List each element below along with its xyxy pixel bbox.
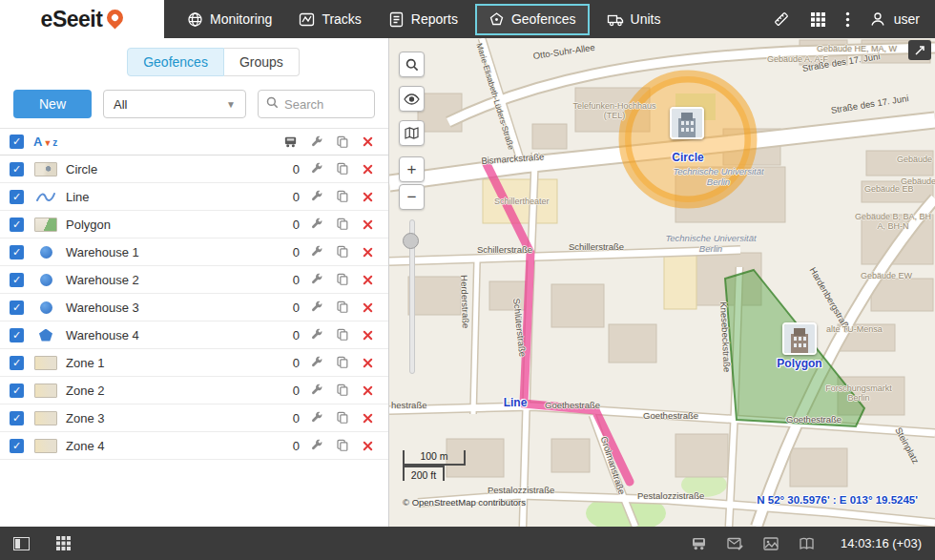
geofence-row[interactable]: ✓ Circle 0 (0, 156, 388, 183)
tab-geofences[interactable]: Geofences (127, 48, 224, 76)
geofence-checkbox[interactable]: ✓ (10, 245, 24, 259)
geofence-row[interactable]: ✓ Line 0 (0, 183, 388, 211)
zoom-in-button[interactable]: + (399, 156, 425, 182)
geofence-checkbox[interactable]: ✓ (10, 328, 24, 342)
new-geofence-button[interactable]: New (13, 90, 92, 118)
edit-geofence-button[interactable] (303, 439, 329, 452)
copy-geofence-button[interactable] (329, 356, 355, 369)
tab-groups[interactable]: Groups (224, 48, 300, 76)
edit-geofence-button[interactable] (303, 328, 329, 342)
geofence-checkbox[interactable]: ✓ (10, 411, 24, 425)
polygon-geofence-marker[interactable] (782, 322, 817, 355)
tracks-icon (299, 11, 315, 28)
edit-column-icon[interactable] (303, 135, 329, 149)
delete-geofence-button[interactable] (355, 357, 381, 369)
delete-geofence-button[interactable] (355, 301, 381, 314)
geofence-thumbnail (34, 356, 57, 370)
nav-geofences[interactable]: Geofences (475, 4, 590, 35)
sort-az-icon[interactable]: A▼z (33, 135, 57, 149)
select-all-checkbox[interactable]: ✓ (10, 135, 24, 149)
edit-geofence-button[interactable] (303, 245, 329, 259)
edit-geofence-button[interactable] (303, 218, 329, 231)
edit-geofence-button[interactable] (303, 273, 329, 286)
map[interactable]: Otto-Suhr-Allee Straße des 17. Juni Stra… (389, 38, 935, 527)
copy-geofence-button[interactable] (329, 273, 355, 286)
geofence-row[interactable]: ✓ Warehouse 3 0 (0, 294, 388, 321)
geofence-checkbox[interactable]: ✓ (10, 384, 24, 398)
geofence-row[interactable]: ✓ Polygon 0 (0, 211, 388, 239)
visibility-eye-button[interactable] (399, 86, 425, 112)
zoom-out-button[interactable]: − (399, 184, 425, 210)
transport-icon[interactable] (691, 536, 707, 550)
edit-geofence-button[interactable] (303, 162, 329, 176)
geofence-row[interactable]: ✓ Zone 3 0 (0, 404, 388, 432)
geofence-row[interactable]: ✓ Warehouse 1 0 (0, 239, 388, 266)
geofence-checkbox[interactable]: ✓ (10, 439, 24, 453)
search-box (258, 90, 375, 118)
ruler-icon[interactable] (772, 10, 791, 29)
apps-grid-icon[interactable] (810, 11, 826, 28)
copy-geofence-button[interactable] (329, 190, 355, 203)
place-label: Gebäude EB (864, 184, 914, 194)
user-menu[interactable]: user (869, 10, 920, 28)
delete-geofence-button[interactable] (355, 218, 381, 231)
nav-reports[interactable]: Reports (379, 4, 468, 35)
edit-geofence-button[interactable] (303, 384, 329, 397)
nav-tracks[interactable]: Tracks (289, 4, 370, 35)
geofence-row[interactable]: ✓ Warehouse 4 0 (0, 321, 388, 349)
geofence-checkbox[interactable]: ✓ (10, 218, 24, 232)
delete-geofence-button[interactable] (355, 384, 381, 397)
copy-column-icon[interactable] (329, 135, 355, 149)
collapse-panel-button[interactable] (908, 40, 931, 60)
place-label: Technische Universität Berlin (664, 233, 758, 254)
bottom-grid-icon[interactable] (56, 536, 71, 550)
search-input[interactable] (284, 97, 366, 112)
geofence-checkbox[interactable]: ✓ (10, 273, 24, 287)
geofence-row[interactable]: ✓ Zone 4 0 (0, 432, 388, 460)
copy-geofence-button[interactable] (329, 411, 355, 425)
copy-geofence-button[interactable] (329, 162, 355, 176)
logo[interactable]: eSeeit (0, 0, 164, 38)
delete-geofence-button[interactable] (355, 274, 381, 286)
edit-geofence-button[interactable] (303, 190, 329, 203)
copy-geofence-button[interactable] (329, 439, 355, 452)
place-label: alte TU-Mensa (826, 324, 883, 334)
nav-monitoring[interactable]: Monitoring (177, 4, 281, 35)
copy-geofence-button[interactable] (329, 384, 355, 397)
edit-geofence-button[interactable] (303, 411, 329, 425)
geofence-row[interactable]: ✓ Zone 1 0 (0, 349, 388, 377)
delete-geofence-button[interactable] (355, 412, 381, 425)
filter-select[interactable]: All ▼ (103, 90, 246, 118)
copy-geofence-button[interactable] (329, 245, 355, 259)
layout-toggle-icon[interactable] (13, 537, 30, 550)
nav-units[interactable]: Units (597, 4, 671, 35)
delete-geofence-button[interactable] (355, 163, 381, 176)
filter-value: All (114, 97, 127, 112)
units-column-icon[interactable] (278, 135, 303, 149)
copy-geofence-button[interactable] (329, 218, 355, 231)
geofence-checkbox[interactable]: ✓ (10, 301, 24, 315)
copy-geofence-button[interactable] (329, 301, 355, 314)
geofence-checkbox[interactable]: ✓ (10, 190, 24, 204)
delete-geofence-button[interactable] (355, 246, 381, 259)
map-layers-button[interactable] (399, 120, 425, 146)
map-search-button[interactable] (399, 52, 425, 77)
geofence-row[interactable]: ✓ Zone 2 0 (0, 377, 388, 404)
geofence-checkbox[interactable]: ✓ (10, 162, 24, 176)
image-icon[interactable] (763, 537, 779, 550)
edit-geofence-button[interactable] (303, 301, 329, 314)
delete-geofence-button[interactable] (355, 329, 381, 342)
geofence-checkbox[interactable]: ✓ (10, 356, 24, 370)
delete-geofence-button[interactable] (355, 191, 381, 203)
geofence-name: Line (66, 190, 271, 204)
geofence-row[interactable]: ✓ Warehouse 2 0 (0, 266, 388, 294)
kebab-menu-icon[interactable] (845, 11, 850, 28)
book-panel-icon[interactable] (799, 537, 815, 550)
copy-geofence-button[interactable] (329, 328, 355, 342)
delete-geofence-button[interactable] (355, 440, 381, 452)
message-edit-icon[interactable] (727, 537, 743, 550)
zoom-slider-handle[interactable] (403, 233, 419, 249)
edit-geofence-button[interactable] (303, 356, 329, 369)
delete-column-icon[interactable] (355, 135, 381, 148)
circle-geofence-marker[interactable] (670, 107, 704, 139)
